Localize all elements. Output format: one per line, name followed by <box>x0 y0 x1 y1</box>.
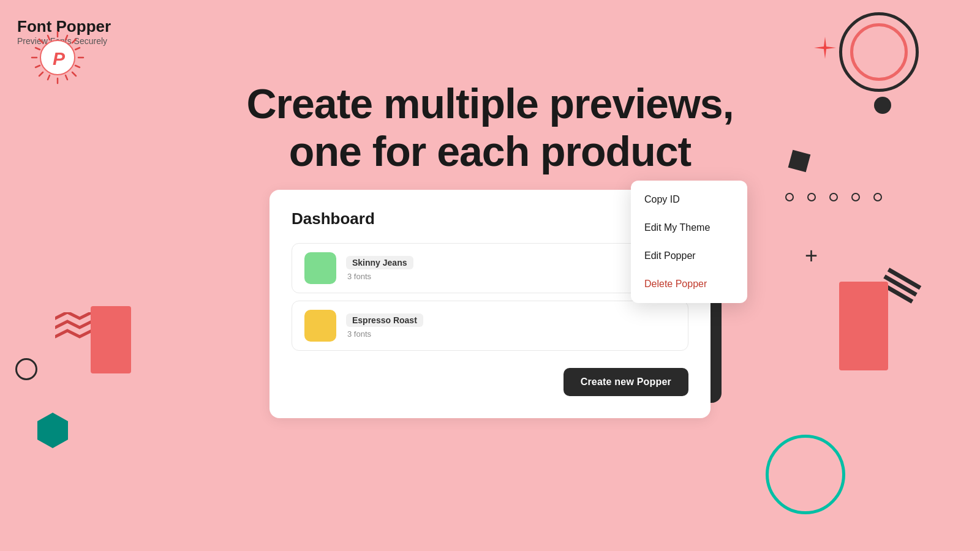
popper-swatch-2 <box>304 310 336 342</box>
svg-line-10 <box>36 66 40 67</box>
create-btn-row: Create new Popper <box>292 368 688 396</box>
deco-plus: + <box>805 245 818 267</box>
deco-circle-teal <box>766 435 845 514</box>
deco-rect-pink <box>839 282 888 370</box>
svg-line-9 <box>75 66 80 67</box>
context-menu-copy-id[interactable]: Copy ID <box>631 186 747 214</box>
dashboard-title: Dashboard <box>292 209 688 228</box>
popper-font-count-1: 3 fonts <box>347 272 413 281</box>
svg-line-11 <box>75 48 80 50</box>
popper-info-1: Skinny Jeans 3 fonts <box>346 256 413 281</box>
svg-line-5 <box>72 72 76 76</box>
svg-line-13 <box>66 75 67 80</box>
popper-item-1[interactable]: Skinny Jeans 3 fonts <box>292 243 688 293</box>
create-popper-button[interactable]: Create new Popper <box>564 368 688 396</box>
context-menu-edit-theme[interactable]: Edit My Theme <box>631 214 747 242</box>
deco-circle-inner <box>850 23 908 81</box>
context-menu-delete-popper[interactable]: Delete Popper <box>631 270 747 298</box>
svg-marker-18 <box>37 413 68 448</box>
deco-hexagon <box>34 411 72 449</box>
popper-font-count-2: 3 fonts <box>347 329 423 339</box>
deco-circle-left <box>15 358 37 380</box>
popper-name-2: Espresso Roast <box>346 313 423 327</box>
svg-line-6 <box>72 39 76 43</box>
deco-rect-red <box>91 306 131 373</box>
deco-dot-dark <box>874 97 891 114</box>
svg-line-7 <box>39 72 43 76</box>
deco-dot-4 <box>851 193 860 201</box>
logo-area: P Font Popper Preview Fonts Securely <box>17 17 111 46</box>
context-menu: Copy ID Edit My Theme Edit Popper Delete… <box>631 181 747 303</box>
svg-line-8 <box>36 48 40 50</box>
deco-dot-1 <box>785 193 794 201</box>
context-menu-edit-popper[interactable]: Edit Popper <box>631 242 747 270</box>
popper-info-2: Espresso Roast 3 fonts <box>346 313 423 339</box>
deco-dot-3 <box>829 193 838 201</box>
deco-dots-row <box>785 193 882 201</box>
svg-line-12 <box>48 36 50 40</box>
main-heading: Create multiple previews, one for each p… <box>0 80 980 175</box>
svg-line-4 <box>39 39 43 43</box>
sparkle-icon <box>814 37 836 59</box>
popper-swatch-1 <box>304 252 336 284</box>
svg-line-15 <box>48 75 50 80</box>
logo-icon: P <box>29 29 86 86</box>
popper-list: Skinny Jeans 3 fonts Espresso Roast 3 fo… <box>292 243 688 351</box>
popper-name-1: Skinny Jeans <box>346 256 413 269</box>
svg-text:P: P <box>53 48 66 69</box>
deco-dot-5 <box>873 193 882 201</box>
svg-line-14 <box>66 36 67 40</box>
deco-dot-2 <box>807 193 816 201</box>
popper-item-2[interactable]: Espresso Roast 3 fonts <box>292 301 688 351</box>
